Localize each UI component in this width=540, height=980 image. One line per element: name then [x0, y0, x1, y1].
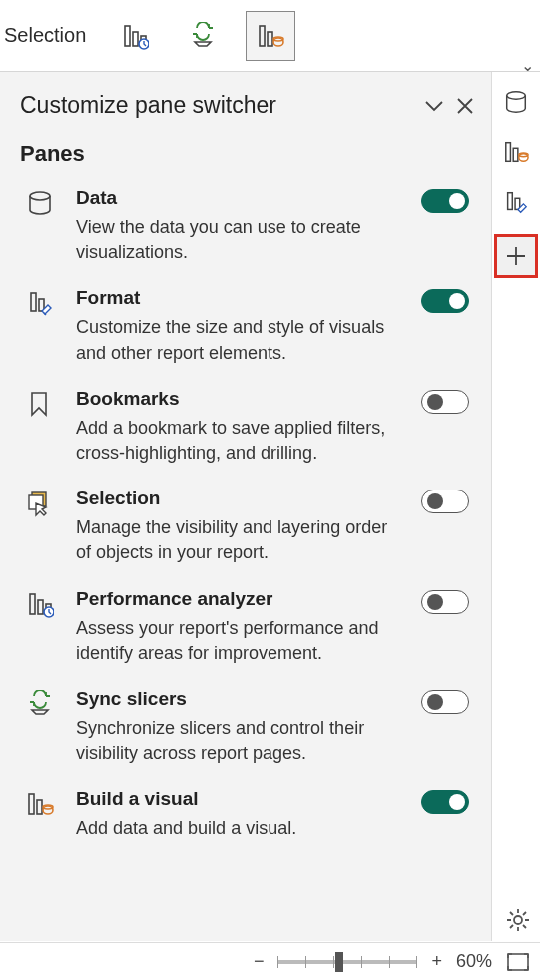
pane-item-title: Format [76, 287, 397, 309]
pane-item-title: Selection [76, 488, 397, 509]
toggle-performance[interactable] [421, 590, 469, 614]
rail-data-icon[interactable] [498, 84, 534, 120]
svg-point-24 [519, 154, 528, 161]
svg-point-28 [514, 916, 522, 924]
pane-item-title: Sync slicers [76, 688, 397, 710]
toggle-sync-slicers[interactable] [421, 690, 469, 714]
database-icon [26, 189, 54, 217]
svg-rect-4 [260, 26, 265, 46]
chart-icon [257, 22, 284, 50]
chart-icon [26, 790, 54, 818]
format-brush-icon [503, 189, 529, 215]
pane-item-desc: Manage the visibility and layering order… [76, 515, 397, 565]
settings-gear-button[interactable] [504, 906, 532, 934]
pane-item-desc: Customize the size and style of visuals … [76, 315, 397, 365]
pane-item-bookmarks: Bookmarks Add a bookmark to save applied… [26, 388, 475, 466]
chart-icon [503, 139, 529, 165]
panel-title: Customize pane switcher [20, 92, 276, 119]
close-icon[interactable] [455, 96, 475, 116]
pane-list: Data View the data you can use to create… [20, 187, 475, 841]
rail-add-pane-button[interactable] [494, 234, 538, 278]
svg-rect-14 [38, 600, 43, 614]
svg-point-19 [43, 806, 53, 814]
pane-item-title: Bookmarks [76, 388, 397, 410]
pane-item-selection: Selection Manage the visibility and laye… [26, 488, 475, 565]
svg-point-21 [507, 92, 526, 99]
svg-rect-9 [31, 293, 36, 311]
fit-to-page-button[interactable] [506, 952, 530, 972]
svg-rect-29 [508, 954, 528, 970]
panel-header: Customize pane switcher [20, 92, 475, 119]
pane-item-desc: Assess your report's performance and ide… [76, 616, 397, 666]
perf-analyzer-button[interactable] [110, 11, 160, 61]
format-brush-icon [26, 289, 54, 317]
pane-item-title: Data [76, 187, 397, 209]
zoom-slider[interactable] [277, 960, 417, 964]
zoom-value[interactable]: 60% [456, 951, 492, 972]
perf-analyzer-icon [121, 22, 149, 50]
toggle-build-visual[interactable] [421, 790, 469, 814]
zoom-slider-thumb[interactable] [335, 952, 343, 972]
pane-item-desc: Add a bookmark to save applied filters, … [76, 416, 397, 466]
toggle-format[interactable] [421, 289, 469, 313]
pane-item-format: Format Customize the size and style of v… [26, 287, 475, 365]
svg-rect-23 [513, 148, 518, 161]
svg-point-8 [30, 192, 50, 200]
toggle-selection[interactable] [421, 490, 469, 513]
pane-item-sync-slicers: Sync slicers Synchronize slicers and con… [26, 688, 475, 766]
zoom-out-button[interactable]: − [254, 951, 265, 972]
pane-item-desc: Synchronize slicers and control their vi… [76, 716, 397, 766]
collapse-icon[interactable] [423, 95, 445, 117]
sync-slicers-icon [189, 22, 217, 50]
bookmark-icon [26, 390, 52, 418]
toggle-data[interactable] [421, 189, 469, 213]
fit-page-icon [506, 952, 530, 972]
selection-icon [26, 490, 54, 517]
svg-rect-18 [37, 800, 42, 814]
rail-build-visual-icon[interactable] [498, 134, 534, 170]
svg-rect-0 [125, 26, 130, 46]
svg-rect-5 [268, 32, 272, 46]
build-visual-button[interactable] [246, 11, 295, 61]
pane-item-desc: View the data you can use to create visu… [76, 215, 397, 265]
status-bar: − + 60% [0, 942, 540, 980]
gear-icon [504, 906, 532, 934]
svg-rect-26 [508, 193, 513, 210]
rail-format-icon[interactable] [498, 184, 534, 220]
sync-slicers-button[interactable] [178, 11, 228, 61]
svg-point-6 [273, 38, 283, 46]
svg-rect-1 [133, 32, 138, 46]
pane-item-title: Performance analyzer [76, 588, 397, 610]
pane-item-desc: Add data and build a visual. [76, 816, 397, 841]
pane-item-build-visual: Build a visual Add data and build a visu… [26, 788, 475, 841]
toolbar-selection-label[interactable]: Selection [4, 24, 86, 47]
toolbar-icon-group [110, 11, 295, 61]
customize-pane-switcher-panel: Customize pane switcher Panes Data View … [0, 72, 492, 941]
pane-item-data: Data View the data you can use to create… [26, 187, 475, 265]
plus-icon [504, 244, 528, 268]
panel-header-actions [423, 95, 475, 117]
sync-slicers-icon [26, 690, 54, 718]
svg-rect-13 [30, 594, 35, 614]
svg-rect-17 [29, 794, 34, 814]
zoom-in-button[interactable]: + [431, 951, 442, 972]
svg-rect-22 [506, 143, 511, 162]
right-pane-rail [492, 72, 540, 278]
pane-item-title: Build a visual [76, 788, 397, 810]
top-toolbar: Selection [0, 0, 540, 72]
perf-analyzer-icon [26, 590, 54, 618]
database-icon [503, 89, 529, 115]
panel-subtitle: Panes [20, 141, 475, 167]
toggle-bookmarks[interactable] [421, 390, 469, 414]
pane-item-performance: Performance analyzer Assess your report'… [26, 588, 475, 666]
